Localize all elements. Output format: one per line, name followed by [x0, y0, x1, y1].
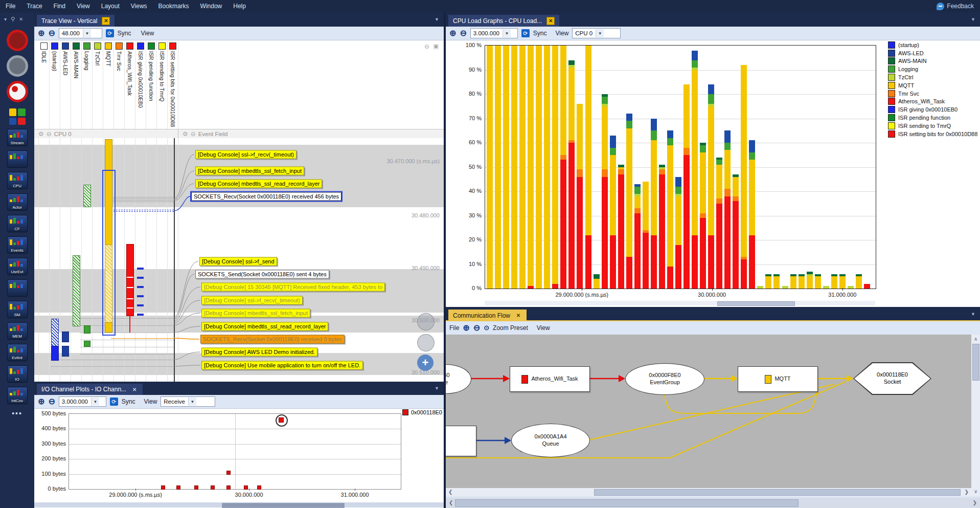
menu-item-bookmarks[interactable]: Bookmarks: [153, 1, 195, 12]
node-queue[interactable]: 0x0000A1A4Queue: [511, 424, 590, 457]
cpu-bar-segment-Y[interactable]: [568, 68, 575, 141]
cpu-bar-segment-Y[interactable]: [807, 276, 813, 289]
cpu-bar-segment-DG[interactable]: [856, 274, 862, 277]
cpu0-column-header[interactable]: ⚙ ⊖ CPU 0: [34, 129, 178, 139]
cpu-bar-segment-Y[interactable]: [773, 276, 780, 289]
lane-column-12[interactable]: ISR setting bits for 0x00010D88: [167, 40, 178, 129]
cpu-bar-segment-Y[interactable]: [724, 150, 731, 189]
cpu-bar-segment-R[interactable]: [626, 257, 632, 289]
cpu-bar-segment-R[interactable]: [675, 245, 681, 289]
view-menu[interactable]: View: [141, 30, 154, 37]
node-mqtt[interactable]: MQTT: [738, 366, 818, 392]
lane-column-2[interactable]: AWS-LED: [60, 40, 71, 129]
cpu-bar-segment-O[interactable]: [733, 196, 739, 202]
logging-execution-bar[interactable]: [84, 325, 90, 334]
scroll-left-icon[interactable]: ❮: [449, 500, 453, 505]
legend-item[interactable]: ISR giving 0x00010EB0: [888, 105, 977, 114]
collapse-icon[interactable]: ⊖: [424, 43, 429, 50]
menu-item-find[interactable]: Find: [48, 1, 71, 12]
close-icon[interactable]: ✕: [19, 16, 23, 22]
panel-menu-chevron-icon[interactable]: ▼: [971, 312, 975, 317]
zoom-out-icon[interactable]: ⊖: [460, 29, 466, 37]
sidebar-tool-cf[interactable]: CF: [7, 215, 28, 232]
cpu-bar-segment-Y[interactable]: [577, 104, 583, 169]
cpu-bar-segment-Y[interactable]: [528, 46, 534, 286]
cpu-bar-segment-Y[interactable]: [519, 46, 526, 289]
menu-item-help[interactable]: Help: [227, 1, 252, 12]
cpu-bar-segment-Y[interactable]: [692, 70, 698, 235]
cpu-bar-segment-B[interactable]: [724, 130, 731, 143]
cpu-bar-segment-G[interactable]: [692, 60, 698, 68]
sidebar-tool-icon1[interactable]: [7, 150, 28, 168]
cpu-bar-segment-Y[interactable]: [544, 46, 550, 289]
collapse-icon[interactable]: ⊖: [47, 130, 52, 138]
event-label[interactable]: [Debug Console] ssl->f_recv(_timeout): [195, 150, 297, 159]
cpu-bar-segment-O[interactable]: [716, 198, 722, 204]
zoom-preset-menu[interactable]: Zoom Preset: [493, 324, 528, 332]
atheros-execution-bar[interactable]: [126, 244, 134, 316]
node-socket[interactable]: 0x000118E0Socket: [853, 362, 931, 395]
io-data-point[interactable]: [226, 485, 231, 490]
lane-column-5[interactable]: TzCtrl: [92, 40, 103, 129]
cpu-bar-segment-R[interactable]: [585, 235, 591, 289]
cpu-bar-segment-R[interactable]: [552, 284, 558, 289]
sync-icon[interactable]: ⟳: [106, 29, 114, 37]
panel-menu-chevron-icon[interactable]: ▼: [971, 17, 975, 22]
aws-led-execution-bar[interactable]: [62, 346, 69, 357]
cpu-bar-segment-B[interactable]: [626, 114, 632, 121]
cpu-bar-segment-DG[interactable]: [839, 274, 846, 277]
cpu-bar-segment-R[interactable]: [864, 284, 870, 289]
cpu-bar-segment-Y[interactable]: [503, 46, 509, 289]
cpu-select[interactable]: CPU 0 ▼: [572, 28, 621, 38]
cpu-bar-segment-G[interactable]: [651, 130, 657, 140]
isr-giving-tick[interactable]: [137, 268, 144, 270]
startup-execution-bar[interactable]: [51, 346, 59, 361]
cpu-bar-segment-Y[interactable]: [552, 46, 558, 284]
io-data-point[interactable]: [176, 485, 180, 490]
isr-giving-tick[interactable]: [137, 286, 144, 288]
close-tab-icon[interactable]: ✕: [546, 17, 555, 25]
cpu-bar-segment-G[interactable]: [708, 94, 714, 104]
cpu-bar-segment-LG[interactable]: [708, 104, 714, 106]
logging-execution-bar[interactable]: [84, 341, 90, 347]
panel-menu-chevron-icon[interactable]: ▼: [435, 386, 439, 391]
scroll-down-icon[interactable]: ∨: [974, 489, 977, 494]
cpu-bar-segment-LG[interactable]: [602, 104, 608, 106]
cpu-bar-segment-R[interactable]: [568, 143, 575, 289]
cpu-bar-segment-O[interactable]: [643, 230, 649, 233]
cpu-bar-segment-R[interactable]: [560, 160, 566, 289]
cpu-bar-segment-Y[interactable]: [675, 196, 681, 245]
comm-horizontal-scrollbar[interactable]: ❮❯: [446, 488, 971, 496]
lane-column-4[interactable]: Logging: [81, 40, 93, 129]
scroll-down-float-button[interactable]: [417, 334, 435, 351]
isr-giving-tick[interactable]: [137, 277, 144, 279]
cpu-bar-segment-G[interactable]: [626, 121, 632, 128]
lane-column-9[interactable]: ISR giving 0x00010EB0: [135, 40, 146, 129]
collapse-icon[interactable]: ⊖: [191, 130, 196, 138]
cpu-bar-segment-Y[interactable]: [511, 46, 517, 289]
zoom-preset-icon[interactable]: ⊙: [484, 324, 489, 332]
legend-item[interactable]: MQTT: [888, 81, 977, 90]
tab-io-channel-plots[interactable]: I/O Channel Plots - IO Chann... ✕: [37, 384, 143, 395]
event-label[interactable]: [Debug Console] mbedtls_ssl_read_record_…: [195, 180, 322, 188]
file-menu[interactable]: File: [449, 324, 459, 332]
view-menu[interactable]: View: [537, 324, 550, 332]
cpu-bar-segment-DG[interactable]: [700, 143, 706, 145]
cpu-bar-segment-R[interactable]: [659, 174, 665, 289]
cpu-bar-segment-G[interactable]: [716, 160, 722, 165]
cpu-bar-segment-Y[interactable]: [651, 140, 657, 235]
cpu-bar-segment-R[interactable]: [692, 235, 698, 289]
cpu-bar-segment-Y[interactable]: [634, 196, 641, 209]
cpu-bar-segment-Y[interactable]: [618, 167, 624, 170]
cpu-bar-segment-LG[interactable]: [782, 286, 788, 289]
menu-item-views[interactable]: Views: [125, 1, 153, 12]
node-clipped-rect[interactable]: [446, 426, 476, 456]
cpu-bar-segment-O[interactable]: [618, 169, 624, 174]
cpu-bar-segment-Y[interactable]: [626, 128, 632, 257]
zoom-out-icon[interactable]: ⊖: [473, 324, 480, 332]
legend-item[interactable]: (startup): [888, 41, 977, 49]
event-label[interactable]: [Debug Console] AWS LED Demo initialized…: [201, 348, 317, 357]
sync-icon[interactable]: ⟳: [521, 29, 530, 37]
cpu-bar-segment-O[interactable]: [560, 155, 566, 160]
cpu-bar-segment-LG[interactable]: [675, 194, 681, 196]
